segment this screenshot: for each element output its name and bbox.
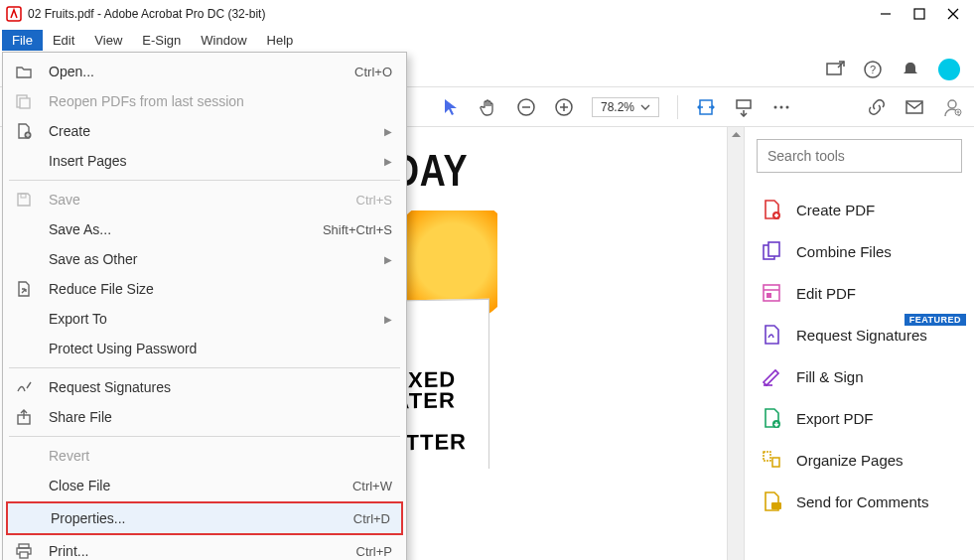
select-tool-icon[interactable] xyxy=(441,97,461,117)
menu-print[interactable]: Print... Ctrl+P xyxy=(3,536,406,560)
submenu-arrow-icon: ▶ xyxy=(384,156,392,167)
menu-separator xyxy=(9,180,400,181)
create-icon xyxy=(13,122,35,140)
svg-rect-15 xyxy=(737,100,751,108)
svg-rect-36 xyxy=(772,458,779,467)
tool-label: Edit PDF xyxy=(796,285,856,302)
tool-export-pdf[interactable]: Export PDF xyxy=(757,397,962,439)
user-avatar[interactable] xyxy=(938,59,960,80)
tool-edit-pdf[interactable]: Edit PDF xyxy=(757,272,962,314)
menu-close-file[interactable]: Close File Ctrl+W xyxy=(3,471,406,500)
svg-rect-39 xyxy=(20,98,30,108)
menu-reduce-file-size[interactable]: Reduce File Size xyxy=(3,274,406,304)
menu-edit[interactable]: Edit xyxy=(43,30,84,51)
menu-save-as[interactable]: Save As... Shift+Ctrl+S xyxy=(3,214,406,244)
svg-point-18 xyxy=(780,105,783,108)
svg-rect-47 xyxy=(20,552,28,558)
svg-point-19 xyxy=(786,105,789,108)
maximize-button[interactable] xyxy=(912,7,926,21)
create-pdf-icon xyxy=(761,199,782,220)
svg-rect-29 xyxy=(768,242,779,256)
help-icon[interactable]: ? xyxy=(863,60,883,79)
link-icon[interactable] xyxy=(867,97,887,117)
tool-combine-files[interactable]: Combine Files xyxy=(757,230,962,272)
fit-width-icon[interactable] xyxy=(696,97,716,117)
vertical-scrollbar[interactable] xyxy=(727,127,744,560)
hand-tool-icon[interactable] xyxy=(479,97,498,117)
submenu-arrow-icon: ▶ xyxy=(384,126,392,137)
minimize-button[interactable] xyxy=(879,7,893,21)
tool-label: Fill & Sign xyxy=(796,368,864,385)
submenu-arrow-icon: ▶ xyxy=(384,254,392,265)
svg-rect-35 xyxy=(764,452,770,461)
divider xyxy=(677,95,678,119)
tool-label: Export PDF xyxy=(796,410,874,427)
tool-fill-sign[interactable]: Fill & Sign xyxy=(757,355,962,397)
tool-label: Organize Pages xyxy=(796,452,904,469)
menu-window[interactable]: Window xyxy=(191,30,256,51)
share-screen-icon[interactable] xyxy=(825,60,845,79)
zoom-in-icon[interactable] xyxy=(554,97,574,117)
menu-save-as-other[interactable]: Save as Other ▶ xyxy=(3,244,406,274)
print-icon xyxy=(13,542,35,560)
reduce-size-icon xyxy=(13,280,35,298)
menu-request-signatures[interactable]: Request Signatures xyxy=(3,372,406,402)
request-signatures-icon xyxy=(761,324,782,346)
send-comments-icon xyxy=(761,490,782,512)
menu-esign[interactable]: E-Sign xyxy=(132,30,191,51)
menu-protect-password[interactable]: Protect Using Password xyxy=(3,334,406,363)
combine-files-icon xyxy=(761,240,782,262)
menu-insert-pages[interactable]: Insert Pages ▶ xyxy=(3,146,406,176)
menu-help[interactable]: Help xyxy=(257,30,304,51)
zoom-value: 78.2% xyxy=(601,100,634,114)
folder-open-icon xyxy=(13,63,35,80)
zoom-out-icon[interactable] xyxy=(516,97,536,117)
bell-icon[interactable] xyxy=(901,60,920,79)
file-menu-dropdown: Open... Ctrl+O Reopen PDFs from last ses… xyxy=(2,52,407,560)
svg-rect-32 xyxy=(766,293,771,298)
window-controls xyxy=(879,7,968,21)
more-tools-icon[interactable] xyxy=(771,97,791,117)
edit-pdf-icon xyxy=(761,282,782,304)
menu-separator xyxy=(9,436,400,437)
svg-rect-37 xyxy=(771,502,781,509)
tool-create-pdf[interactable]: Create PDF xyxy=(757,189,962,230)
chevron-down-icon xyxy=(640,102,650,112)
menu-file[interactable]: File xyxy=(2,30,43,51)
export-pdf-icon xyxy=(761,407,782,429)
zoom-level-combo[interactable]: 78.2% xyxy=(592,97,659,117)
menu-export-to[interactable]: Export To ▶ xyxy=(3,304,406,334)
acrobat-app-icon xyxy=(6,6,22,22)
tool-request-signatures[interactable]: FEATURED Request Signatures xyxy=(757,314,962,355)
svg-point-17 xyxy=(774,105,777,108)
search-tools-input[interactable] xyxy=(757,139,962,173)
menu-bar: File Edit View E-Sign Window Help xyxy=(0,28,974,52)
submenu-arrow-icon: ▶ xyxy=(384,314,392,325)
tool-organize-pages[interactable]: Organize Pages xyxy=(757,439,962,481)
tool-label: Create PDF xyxy=(796,202,875,218)
tool-label: Request Signatures xyxy=(796,327,927,344)
mail-icon[interactable] xyxy=(904,97,924,117)
svg-point-21 xyxy=(948,100,956,108)
menu-share-file[interactable]: Share File xyxy=(3,402,406,432)
title-bar: 02 Fruits.pdf - Adobe Acrobat Pro DC (32… xyxy=(0,0,974,28)
menu-separator xyxy=(9,367,400,368)
menu-open[interactable]: Open... Ctrl+O xyxy=(3,57,406,86)
signature-icon xyxy=(13,378,35,396)
menu-save: Save Ctrl+S xyxy=(3,185,406,214)
tools-panel: Create PDF Combine Files Edit PDF FEATUR… xyxy=(744,127,974,560)
svg-rect-5 xyxy=(827,64,841,74)
tool-send-comments[interactable]: Send for Comments xyxy=(757,481,962,522)
menu-reopen-last: Reopen PDFs from last session xyxy=(3,86,406,116)
window-title: 02 Fruits.pdf - Adobe Acrobat Pro DC (32… xyxy=(28,7,879,21)
scroll-up-icon[interactable] xyxy=(731,129,742,140)
menu-properties[interactable]: Properties... Ctrl+D xyxy=(6,501,403,535)
menu-create[interactable]: Create ▶ xyxy=(3,116,406,146)
page-scroll-icon[interactable] xyxy=(734,97,754,117)
account-icon[interactable] xyxy=(942,97,962,117)
fill-sign-icon xyxy=(761,365,782,387)
svg-rect-2 xyxy=(914,9,924,19)
save-icon xyxy=(13,191,35,209)
menu-view[interactable]: View xyxy=(84,30,132,51)
close-button[interactable] xyxy=(946,7,960,21)
